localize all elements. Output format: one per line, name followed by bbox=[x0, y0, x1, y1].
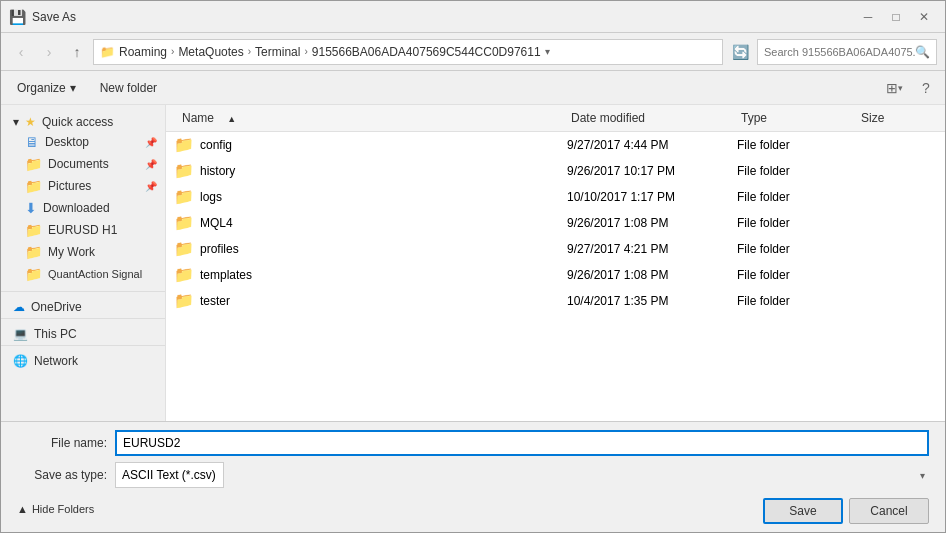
forward-button[interactable]: › bbox=[37, 40, 61, 64]
table-row[interactable]: 📁 logs 10/10/2017 1:17 PM File folder bbox=[166, 184, 945, 210]
bottom-buttons: Save Cancel bbox=[763, 498, 929, 524]
breadcrumb-arrow-2: › bbox=[248, 46, 251, 57]
filename-input[interactable] bbox=[115, 430, 929, 456]
column-type[interactable]: Type bbox=[737, 109, 857, 127]
sort-arrow-icon: ▲ bbox=[223, 112, 240, 126]
view-chevron-icon: ▾ bbox=[898, 83, 903, 93]
file-type: File folder bbox=[737, 216, 857, 230]
quick-access-header[interactable]: ▾ ★ Quick access bbox=[1, 109, 165, 131]
breadcrumb-bar[interactable]: 📁 Roaming › MetaQuotes › Terminal › 9155… bbox=[93, 39, 723, 65]
hide-folders-chevron-icon: ▲ bbox=[17, 503, 28, 515]
cancel-button[interactable]: Cancel bbox=[849, 498, 929, 524]
file-date: 9/26/2017 1:08 PM bbox=[567, 268, 737, 282]
bottom-panel: File name: Save as type: ASCII Text (*.c… bbox=[1, 421, 945, 532]
file-name: logs bbox=[200, 190, 222, 204]
hide-folders-label: Hide Folders bbox=[32, 503, 94, 515]
hide-folders-button[interactable]: ▲ Hide Folders bbox=[17, 501, 94, 517]
table-row[interactable]: 📁 templates 9/26/2017 1:08 PM File folde… bbox=[166, 262, 945, 288]
breadcrumb-metaquotes: MetaQuotes bbox=[178, 45, 243, 59]
sidebar-quantaction-label: QuantAction Signal bbox=[48, 268, 142, 280]
sidebar-item-downloaded[interactable]: ⬇ Downloaded bbox=[1, 197, 165, 219]
file-type: File folder bbox=[737, 164, 857, 178]
network-item[interactable]: 🌐 Network bbox=[1, 348, 165, 370]
file-type: File folder bbox=[737, 190, 857, 204]
folder-icon: 📁 bbox=[174, 135, 194, 154]
table-row[interactable]: 📁 config 9/27/2017 4:44 PM File folder bbox=[166, 132, 945, 158]
sidebar-pictures-label: Pictures bbox=[48, 179, 91, 193]
breadcrumb-terminal: Terminal bbox=[255, 45, 300, 59]
table-row[interactable]: 📁 MQL4 9/26/2017 1:08 PM File folder bbox=[166, 210, 945, 236]
quantaction-folder-icon: 📁 bbox=[25, 266, 42, 282]
help-button[interactable]: ? bbox=[915, 77, 937, 99]
filename-row: File name: bbox=[17, 430, 929, 456]
file-date: 10/4/2017 1:35 PM bbox=[567, 294, 737, 308]
addressbar: ‹ › ↑ 📁 Roaming › MetaQuotes › Terminal … bbox=[1, 33, 945, 71]
main-area: ▾ ★ Quick access 🖥 Desktop 📌 📁 Documents… bbox=[1, 105, 945, 421]
search-bar[interactable]: 🔍 bbox=[757, 39, 937, 65]
window-title: Save As bbox=[32, 10, 855, 24]
close-button[interactable]: ✕ bbox=[911, 6, 937, 28]
table-row[interactable]: 📁 tester 10/4/2017 1:35 PM File folder bbox=[166, 288, 945, 314]
pin-icon-docs: 📌 bbox=[145, 159, 157, 170]
filetype-row: Save as type: ASCII Text (*.csv) ▾ bbox=[17, 462, 929, 488]
breadcrumb-folder-icon: 📁 bbox=[100, 45, 115, 59]
onedrive-item[interactable]: ☁ OneDrive bbox=[1, 294, 165, 316]
file-name: history bbox=[200, 164, 235, 178]
folder-icon: 📁 bbox=[174, 265, 194, 284]
file-name: tester bbox=[200, 294, 230, 308]
sidebar-desktop-label: Desktop bbox=[45, 135, 89, 149]
file-name: config bbox=[200, 138, 232, 152]
minimize-button[interactable]: ─ bbox=[855, 6, 881, 28]
back-button[interactable]: ‹ bbox=[9, 40, 33, 64]
thispc-label: This PC bbox=[34, 327, 77, 341]
save-button[interactable]: Save bbox=[763, 498, 843, 524]
sidebar-downloaded-label: Downloaded bbox=[43, 201, 110, 215]
filename-label: File name: bbox=[17, 436, 107, 450]
sidebar-item-pictures[interactable]: 📁 Pictures 📌 bbox=[1, 175, 165, 197]
sidebar-eurusd-label: EURUSD H1 bbox=[48, 223, 117, 237]
refresh-button[interactable]: 🔄 bbox=[727, 39, 753, 65]
organize-label: Organize bbox=[17, 81, 66, 95]
sidebar: ▾ ★ Quick access 🖥 Desktop 📌 📁 Documents… bbox=[1, 105, 166, 421]
filetype-select[interactable]: ASCII Text (*.csv) bbox=[115, 462, 224, 488]
file-type: File folder bbox=[737, 242, 857, 256]
folder-icon: 📁 bbox=[174, 291, 194, 310]
sidebar-item-desktop[interactable]: 🖥 Desktop 📌 bbox=[1, 131, 165, 153]
file-type: File folder bbox=[737, 294, 857, 308]
sidebar-item-mywork[interactable]: 📁 My Work bbox=[1, 241, 165, 263]
folder-icon: 📁 bbox=[174, 213, 194, 232]
pin-icon-pics: 📌 bbox=[145, 181, 157, 192]
column-name[interactable]: Name ▲ bbox=[174, 109, 567, 127]
file-date: 9/27/2017 4:21 PM bbox=[567, 242, 737, 256]
file-name: profiles bbox=[200, 242, 239, 256]
titlebar: 💾 Save As ─ □ ✕ bbox=[1, 1, 945, 33]
file-date: 9/26/2017 10:17 PM bbox=[567, 164, 737, 178]
search-input[interactable] bbox=[764, 46, 915, 58]
toolbar: Organize ▾ New folder ⊞ ▾ ? bbox=[1, 71, 945, 105]
sidebar-item-documents[interactable]: 📁 Documents 📌 bbox=[1, 153, 165, 175]
onedrive-label: OneDrive bbox=[31, 300, 82, 314]
up-button[interactable]: ↑ bbox=[65, 40, 89, 64]
view-toggle-button[interactable]: ⊞ ▾ bbox=[881, 75, 907, 101]
table-row[interactable]: 📁 profiles 9/27/2017 4:21 PM File folder bbox=[166, 236, 945, 262]
breadcrumb-arrow-3: › bbox=[304, 46, 307, 57]
thispc-item[interactable]: 💻 This PC bbox=[1, 321, 165, 343]
table-row[interactable]: 📁 history 9/26/2017 10:17 PM File folder bbox=[166, 158, 945, 184]
column-size[interactable]: Size bbox=[857, 109, 937, 127]
sidebar-item-quantaction[interactable]: 📁 QuantAction Signal bbox=[1, 263, 165, 285]
dropdown-arrow-icon: ▾ bbox=[545, 46, 550, 57]
window-icon: 💾 bbox=[9, 9, 26, 25]
star-icon: ★ bbox=[25, 115, 36, 129]
save-as-window: 💾 Save As ─ □ ✕ ‹ › ↑ 📁 Roaming › MetaQu… bbox=[0, 0, 946, 533]
window-controls: ─ □ ✕ bbox=[855, 6, 937, 28]
organize-button[interactable]: Organize ▾ bbox=[9, 75, 84, 101]
file-name: MQL4 bbox=[200, 216, 233, 230]
thispc-icon: 💻 bbox=[13, 327, 28, 341]
sidebar-mywork-label: My Work bbox=[48, 245, 95, 259]
sidebar-item-eurusd[interactable]: 📁 EURUSD H1 bbox=[1, 219, 165, 241]
network-icon: 🌐 bbox=[13, 354, 28, 368]
network-label: Network bbox=[34, 354, 78, 368]
new-folder-button[interactable]: New folder bbox=[92, 75, 165, 101]
maximize-button[interactable]: □ bbox=[883, 6, 909, 28]
column-date[interactable]: Date modified bbox=[567, 109, 737, 127]
